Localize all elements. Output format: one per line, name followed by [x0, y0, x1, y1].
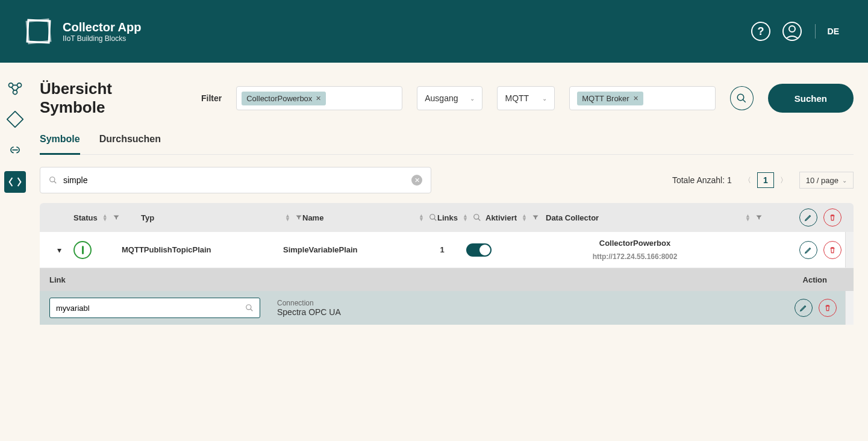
broker-filter-input[interactable]: MQTT Broker✕: [569, 86, 716, 110]
sidebar: [0, 63, 30, 441]
pagination: 〈 1 〉: [742, 172, 790, 188]
prev-page-icon[interactable]: 〈: [742, 173, 754, 188]
filter-icon[interactable]: [295, 214, 302, 221]
search-icon: [245, 304, 254, 312]
filter-icon[interactable]: [113, 214, 120, 221]
app-title: Collector App: [63, 20, 141, 34]
link-search-input[interactable]: [56, 304, 240, 313]
scrollbar[interactable]: [845, 291, 854, 325]
svg-line-17: [478, 219, 481, 221]
svg-rect-9: [7, 111, 23, 127]
cell-links: 1: [418, 245, 466, 254]
subtable-header: Link Action: [40, 268, 854, 291]
subcol-action: Action: [803, 275, 844, 284]
table-row: ▾ MQTTPublishTopicPlain SimpleVariablePl…: [40, 232, 854, 268]
help-icon[interactable]: ?: [750, 20, 772, 42]
svg-point-12: [50, 177, 55, 182]
total-count: Totale Anzahl: 1: [672, 175, 732, 185]
svg-line-11: [743, 99, 746, 102]
app-logo-icon: [24, 17, 53, 46]
svg-point-16: [474, 214, 479, 219]
current-page[interactable]: 1: [757, 172, 774, 188]
tabs: Symbole Durchsuchen: [40, 134, 854, 155]
logo: Collector App IIoT Building Blocks: [24, 17, 141, 46]
chevron-down-icon: ⌄: [842, 177, 847, 184]
col-typ-label: Typ: [141, 213, 154, 222]
expand-row-icon[interactable]: ▾: [45, 245, 73, 255]
col-status-label: Status: [73, 213, 98, 222]
scrollbar[interactable]: [845, 232, 854, 267]
chevron-down-icon: ⌄: [470, 95, 475, 102]
sort-icon[interactable]: ▲▼: [745, 214, 751, 221]
search-button-icon[interactable]: [730, 86, 754, 110]
svg-point-6: [9, 83, 13, 87]
search-button[interactable]: Suchen: [768, 84, 854, 113]
next-page-icon[interactable]: 〉: [778, 173, 790, 188]
connection-label: Connection: [277, 299, 341, 307]
svg-point-5: [789, 26, 795, 32]
svg-line-19: [251, 309, 253, 311]
filter-icon[interactable]: [755, 214, 763, 221]
col-aktiviert-label: Aktiviert: [486, 213, 517, 222]
svg-point-14: [430, 214, 435, 219]
search-icon[interactable]: [429, 213, 437, 222]
svg-point-7: [17, 83, 22, 87]
svg-point-18: [246, 305, 251, 310]
svg-rect-1: [27, 19, 51, 43]
activated-toggle[interactable]: [466, 243, 492, 257]
app-subtitle: IIoT Building Blocks: [63, 34, 141, 43]
collector-filter-input[interactable]: CollectorPowerbox✕: [236, 86, 402, 110]
cell-collector-name: CollectorPowerbox: [599, 239, 670, 248]
clear-search-icon[interactable]: ✕: [411, 175, 422, 186]
cell-collector-url: http://172.24.55.166:8002: [593, 252, 678, 261]
svg-point-8: [13, 90, 17, 95]
delete-link-button[interactable]: [819, 299, 837, 317]
table-search-input[interactable]: [63, 175, 405, 185]
svg-rect-0: [27, 20, 50, 43]
sidebar-nav-3[interactable]: [4, 140, 26, 161]
filter-icon[interactable]: [532, 214, 539, 221]
col-collector-label: Data Collector: [546, 213, 599, 222]
sort-icon[interactable]: ▲▼: [463, 214, 468, 221]
chevron-down-icon: ⌄: [542, 95, 547, 102]
sort-icon[interactable]: ▲▼: [419, 214, 424, 221]
status-indicator: [73, 241, 92, 259]
svg-line-15: [434, 219, 437, 221]
cell-typ: MQTTPublishTopicPlain: [122, 245, 283, 254]
col-links-label: Links: [437, 213, 458, 222]
header-edit-button[interactable]: [799, 208, 817, 227]
page-size-select[interactable]: 10 / page⌄: [799, 172, 854, 189]
subtable-row: Connection Spectra OPC UA: [40, 291, 854, 325]
delete-row-button[interactable]: [823, 241, 841, 259]
connection-value: Spectra OPC UA: [277, 307, 341, 317]
tab-symbole[interactable]: Symbole: [40, 134, 80, 155]
filter-tag-collector: CollectorPowerbox✕: [242, 92, 326, 105]
app-header: Collector App IIoT Building Blocks ? DE: [0, 0, 868, 63]
page-title: Übersicht Symbole: [40, 80, 177, 117]
sort-icon[interactable]: ▲▼: [285, 214, 290, 221]
search-icon: [49, 176, 57, 184]
cell-name: SimpleVariablePlain: [283, 245, 418, 254]
sidebar-nav-2[interactable]: [4, 108, 26, 130]
header-delete-button[interactable]: [823, 208, 841, 227]
sidebar-nav-symbols[interactable]: [4, 171, 26, 193]
divider: [815, 24, 816, 39]
sort-icon[interactable]: ▲▼: [102, 214, 108, 221]
table-search[interactable]: ✕: [40, 167, 431, 193]
filter-tag-broker: MQTT Broker✕: [577, 92, 643, 105]
edit-link-button[interactable]: [795, 299, 813, 317]
direction-select[interactable]: Ausgang⌄: [417, 86, 482, 110]
tab-durchsuchen[interactable]: Durchsuchen: [99, 134, 161, 154]
protocol-select[interactable]: MQTT⌄: [497, 86, 555, 110]
user-icon[interactable]: [781, 20, 803, 42]
search-icon[interactable]: [473, 213, 481, 222]
sidebar-nav-1[interactable]: [4, 77, 26, 99]
col-name-label: Name: [302, 213, 323, 222]
language-switch[interactable]: DE: [828, 27, 839, 36]
remove-tag-icon[interactable]: ✕: [316, 95, 321, 102]
sort-icon[interactable]: ▲▼: [522, 214, 527, 221]
remove-tag-icon[interactable]: ✕: [633, 95, 639, 102]
subcol-link: Link: [49, 275, 66, 284]
link-search[interactable]: [49, 298, 260, 318]
edit-row-button[interactable]: [799, 241, 817, 259]
